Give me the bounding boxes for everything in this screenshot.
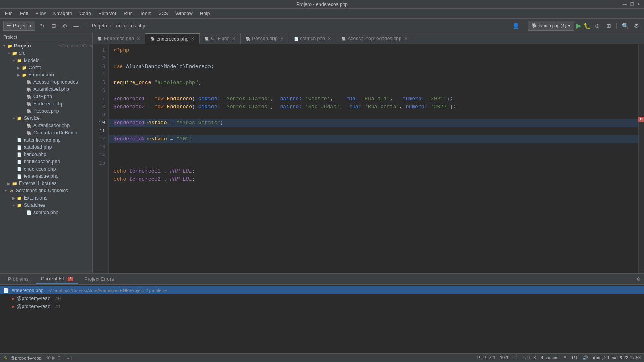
panel-tab-current-file[interactable]: Current File 2: [36, 274, 78, 284]
settings-gear-button[interactable]: ⚙: [632, 21, 641, 30]
sidebar-item-acesso[interactable]: 🐘 AcessoPropriedades: [0, 78, 92, 86]
tab-endereco[interactable]: 🐘 Endereco.php ✕: [93, 33, 145, 44]
menu-file[interactable]: File: [2, 10, 16, 17]
debug-button[interactable]: 🐛: [584, 23, 590, 29]
panel-tab-problems[interactable]: Problems:: [3, 275, 35, 284]
sidebar-item-controlador[interactable]: 🐘 ControladorDeBonifi: [0, 129, 92, 136]
tab-acesso[interactable]: 🐘 AcessoPropriedades.php ✕: [336, 33, 413, 44]
panel-settings-button[interactable]: ⚙: [636, 276, 641, 282]
php-icon: 🐘: [26, 86, 32, 93]
tab-close-icon[interactable]: ✕: [280, 36, 284, 41]
menu-tools[interactable]: Tools: [136, 10, 154, 17]
run-config-label: banco.php (1): [539, 23, 566, 28]
sidebar-item-autenticavel[interactable]: 🐘 Autenticavel.php: [0, 86, 92, 93]
sidebar-item-ext-libs[interactable]: ▶ 📁 External Libraries: [0, 180, 92, 187]
chevron-down-icon: ▾: [29, 23, 32, 29]
sidebar-item-funcionario[interactable]: ▶ 📁 Funcionario: [0, 71, 92, 78]
window-title: Projeto - enderecos.php: [296, 2, 348, 7]
status-warning-icon: ⚠: [3, 355, 7, 360]
menu-navigate[interactable]: Navigate: [50, 10, 75, 17]
menu-window[interactable]: Window: [172, 10, 196, 17]
folder-icon: 📁: [21, 64, 27, 71]
sidebar-item-scratches[interactable]: ▾ 📁 Scratches: [0, 202, 92, 209]
tab-label: Endereco.php: [104, 36, 134, 41]
run-config-dropdown[interactable]: 🐘 banco.php (1) ▾: [528, 21, 574, 31]
problem-text-1: @property-read: [17, 296, 50, 301]
php-tab-icon: 🐘: [97, 37, 102, 41]
sidebar-item-extensions[interactable]: ▶ 📁 Extensions: [0, 194, 92, 202]
minimize-button[interactable]: —: [621, 1, 628, 8]
arrow-icon: ▾: [6, 51, 11, 56]
problem-file-row[interactable]: 📄 enderecos.php ~/Dropbox2/Cursos/Alura/…: [0, 286, 644, 294]
tab-pessoa[interactable]: 🐘 Pessoa.php ✕: [241, 33, 289, 44]
avatar-button[interactable]: 👤: [511, 21, 520, 30]
sidebar-item-cpf[interactable]: 🐘 CPF.php: [0, 93, 92, 100]
tab-scratch[interactable]: 📄 scratch.php ✕: [289, 33, 336, 44]
breadcrumb-file[interactable]: enderecos.php: [114, 23, 145, 29]
search-button[interactable]: 🔍: [621, 21, 630, 30]
tab-close-icon[interactable]: ✕: [328, 36, 331, 41]
breadcrumb-projeto[interactable]: Projeto: [92, 23, 107, 29]
tab-cpf[interactable]: 🐘 CPF.php ✕: [200, 33, 241, 44]
code-editor[interactable]: <?php use Alura\Banco\Modelo\Endereco; r…: [109, 44, 638, 273]
project-dropdown[interactable]: ☰ Project ▾: [3, 21, 35, 31]
php-icon: 📄: [16, 173, 23, 179]
menu-vcs[interactable]: VCS: [155, 10, 171, 17]
php-icon: 🐘: [26, 130, 32, 136]
menu-code[interactable]: Code: [76, 10, 94, 17]
php-icon: 🐘: [26, 108, 32, 114]
tab-close-icon[interactable]: ✕: [136, 36, 140, 41]
sidebar-item-endereco[interactable]: 🐘 Endereco.php: [0, 100, 92, 107]
problem-text-2: @property-read: [17, 304, 50, 309]
status-side-icons: 👁 ▶ ⊙ Ξ ≡ |: [46, 355, 72, 360]
menu-help[interactable]: Help: [197, 10, 213, 17]
hide-button[interactable]: —: [72, 21, 80, 30]
status-datetime: dom, 29 mai 2022 17:53: [593, 355, 641, 360]
sidebar-item-autenticacao[interactable]: 📄 autenticacao.php: [0, 136, 92, 144]
problem-row-2[interactable]: ● @property-read :11: [0, 302, 644, 311]
sidebar-item-enderecos[interactable]: 📄 enderecos.php: [0, 165, 92, 173]
tab-close-icon[interactable]: ✕: [191, 36, 194, 41]
status-indent: 4 spaces: [541, 355, 558, 360]
sidebar-item-autenticador[interactable]: 🐘 Autenticador.php: [0, 122, 92, 129]
problem-row-1[interactable]: ● @property-read :10: [0, 294, 644, 302]
sidebar-item-bonificacoes[interactable]: 📄 bonificacoes.php: [0, 158, 92, 165]
sidebar-item-projeto[interactable]: ▾ 📁 Projeto ~/Dropbox2/Curs: [0, 42, 92, 49]
menu-view[interactable]: View: [32, 10, 49, 17]
collapse-button[interactable]: ⊟: [49, 21, 58, 30]
tab-close-icon[interactable]: ✕: [232, 36, 235, 41]
sidebar-item-scratch-php[interactable]: 📄 scratch.php: [0, 209, 92, 216]
sidebar-item-src[interactable]: ▾ 📁 src: [0, 49, 92, 57]
sidebar-item-service[interactable]: ▾ 📁 Service: [0, 115, 92, 122]
arrow-icon: ▾: [3, 189, 8, 193]
sidebar-item-teste-saque[interactable]: 📄 teste-saque.php: [0, 173, 92, 180]
sidebar-item-banco[interactable]: 📄 banco.php: [0, 151, 92, 158]
window-controls[interactable]: — ❐ ✕: [621, 1, 642, 8]
panel-tab-project-errors[interactable]: Project Errors: [80, 275, 119, 284]
sidebar-item-label: Endereco.php: [33, 101, 92, 107]
run-button[interactable]: ▶: [576, 22, 581, 29]
sidebar-item-modelo[interactable]: ▾ 📁 Modelo: [0, 57, 92, 64]
settings-button[interactable]: ⚙: [60, 21, 69, 30]
close-button[interactable]: ✕: [636, 1, 642, 8]
tab-close-icon[interactable]: ✕: [404, 36, 408, 41]
sidebar-item-autoload[interactable]: 📄 autoload.php: [0, 144, 92, 151]
tree-view[interactable]: ▾ 📁 Projeto ~/Dropbox2/Curs ▾ 📁 src ▾ 📁 …: [0, 41, 92, 273]
menu-edit[interactable]: Edit: [17, 10, 31, 17]
profile-button[interactable]: ⊞: [604, 21, 613, 30]
sidebar-item-conta[interactable]: ▶ 📁 Conta: [0, 64, 92, 71]
line-numbers: 1 2 3 4 5 6 7 8 9 10 11 12 13 14 15: [93, 44, 109, 273]
sidebar-item-pessoa[interactable]: 🐘 Pessoa.php: [0, 107, 92, 115]
tab-label: enderecos.php: [157, 36, 188, 42]
sidebar-item-label: Service: [24, 115, 92, 121]
menu-run[interactable]: Run: [120, 10, 136, 17]
code-container[interactable]: 1 2 3 4 5 6 7 8 9 10 11 12 13 14 15 <?ph…: [93, 44, 644, 273]
sync-button[interactable]: ↻: [38, 21, 47, 30]
sidebar-item-scratches-consoles[interactable]: ▾ 🗂 Scratches and Consoles: [0, 187, 92, 194]
sidebar-item-label: Funcionario: [29, 72, 92, 78]
php-icon: 📄: [16, 158, 23, 165]
maximize-button[interactable]: ❐: [629, 1, 635, 8]
menu-refactor[interactable]: Refactor: [95, 10, 120, 17]
coverage-button[interactable]: ⊕: [593, 21, 602, 30]
tab-enderecos[interactable]: 🐘 enderecos.php ✕: [145, 33, 200, 44]
